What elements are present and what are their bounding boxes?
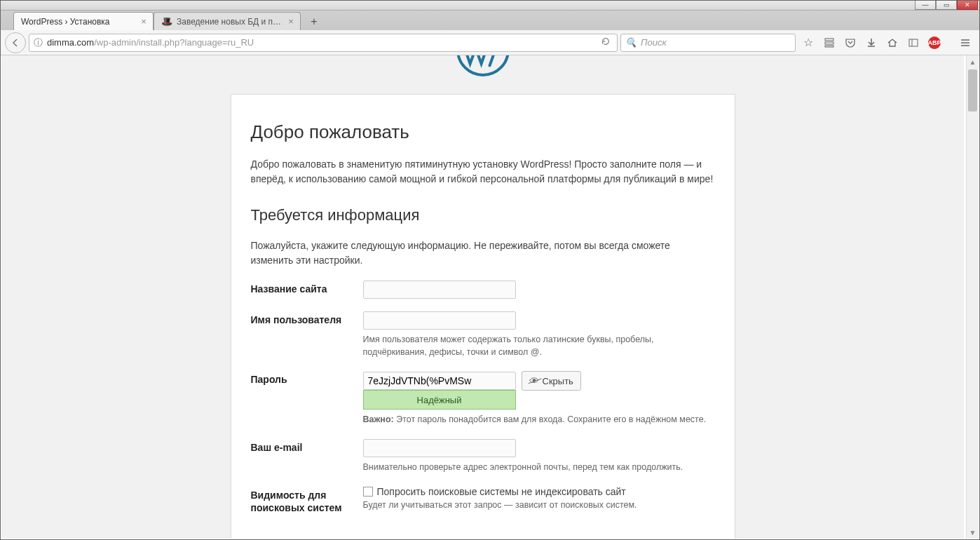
password-label: Пароль xyxy=(251,371,363,385)
wordpress-logo-icon xyxy=(455,55,511,80)
sidebar-icon[interactable] xyxy=(904,33,923,53)
search-bar[interactable]: 🔍 Поиск xyxy=(620,34,796,52)
adblock-icon[interactable]: ABP xyxy=(925,33,944,53)
browser-tab-active[interactable]: WordPress › Установка × xyxy=(13,12,154,30)
info-required-text: Пожалуйста, укажите следующую информацию… xyxy=(251,238,715,268)
url-domain: dimma.com xyxy=(47,37,94,48)
menu-icon[interactable] xyxy=(955,33,975,53)
browser-tabs-bar: WordPress › Установка × 🎩 Заведение новы… xyxy=(1,11,979,30)
tab-close-icon[interactable]: × xyxy=(139,17,149,27)
downloads-icon[interactable] xyxy=(862,33,881,53)
pocket-icon[interactable] xyxy=(841,33,860,53)
page-viewport: Добро пожаловать Добро пожаловать в знам… xyxy=(1,55,964,539)
site-info-icon[interactable]: ⓘ xyxy=(34,36,43,49)
visibility-hint: Будет ли учитываться этот запрос — завис… xyxy=(363,500,715,510)
password-strength-indicator: Надёжный xyxy=(363,390,516,410)
new-tab-button[interactable]: + xyxy=(305,13,323,30)
tab-favicon-icon: 🎩 xyxy=(161,16,172,27)
tab-close-icon[interactable]: × xyxy=(286,17,296,27)
window-close-button[interactable]: ✕ xyxy=(957,0,978,10)
eye-slash-icon: 👁 xyxy=(529,375,539,386)
search-placeholder: Поиск xyxy=(641,37,667,48)
visibility-label: Видимость для поисковых систем xyxy=(251,486,363,514)
window-title-bar: — ▭ ✕ xyxy=(1,1,979,11)
info-required-heading: Требуется информация xyxy=(251,206,715,224)
window-maximize-button[interactable]: ▭ xyxy=(936,0,957,10)
back-button[interactable] xyxy=(5,32,26,53)
checkbox-icon[interactable] xyxy=(363,487,373,497)
tab-title: WordPress › Установка xyxy=(21,17,136,27)
hide-password-button[interactable]: 👁 Скрыть xyxy=(522,371,581,391)
username-input[interactable] xyxy=(363,311,516,330)
url-path: /wp-admin/install.php?language=ru_RU xyxy=(94,37,254,48)
vertical-scrollbar[interactable]: ▲ ▼ xyxy=(966,55,979,539)
scroll-up-icon[interactable]: ▲ xyxy=(967,55,979,68)
svg-rect-2 xyxy=(825,46,833,47)
install-form-box: Добро пожаловать Добро пожаловать в знам… xyxy=(231,94,735,539)
bookmark-star-icon[interactable]: ☆ xyxy=(798,33,818,53)
browser-tab-inactive[interactable]: 🎩 Заведение новых БД и по… × xyxy=(154,12,301,30)
hide-button-label: Скрыть xyxy=(543,376,573,386)
reader-list-icon[interactable] xyxy=(819,33,839,53)
email-label: Ваш e-mail xyxy=(251,439,363,453)
password-input[interactable] xyxy=(363,372,516,390)
site-title-input[interactable] xyxy=(363,281,516,299)
email-input[interactable] xyxy=(363,439,516,457)
password-important-text: Этот пароль понадобится вам для входа. С… xyxy=(394,414,706,424)
username-hint: Имя пользователя может содержать только … xyxy=(251,334,715,358)
url-bar[interactable]: ⓘ dimma.com/wp-admin/install.php?languag… xyxy=(29,34,618,52)
password-hint: Важно: Этот пароль понадобится вам для в… xyxy=(251,414,715,426)
svg-rect-1 xyxy=(825,42,833,44)
scroll-thumb[interactable] xyxy=(968,69,977,112)
tab-title: Заведение новых БД и по… xyxy=(177,17,283,27)
svg-rect-3 xyxy=(909,39,918,46)
email-hint: Внимательно проверьте адрес электронной … xyxy=(251,461,715,474)
username-label: Имя пользователя xyxy=(251,311,363,325)
browser-nav-bar: ⓘ dimma.com/wp-admin/install.php?languag… xyxy=(1,30,979,55)
search-icon: 🔍 xyxy=(625,37,637,48)
svg-rect-0 xyxy=(825,39,833,41)
welcome-text: Добро пожаловать в знаменитую пятиминутн… xyxy=(251,157,715,187)
visibility-checkbox-row[interactable]: Попросить поисковые системы не индексиро… xyxy=(363,486,715,497)
password-important-label: Важно: xyxy=(363,414,394,424)
scroll-down-icon[interactable]: ▼ xyxy=(967,526,979,539)
site-title-label: Название сайта xyxy=(251,281,363,295)
home-icon[interactable] xyxy=(883,33,902,53)
welcome-heading: Добро пожаловать xyxy=(251,121,715,143)
visibility-checkbox-label: Попросить поисковые системы не индексиро… xyxy=(377,486,626,497)
reload-button[interactable] xyxy=(599,36,613,48)
window-minimize-button[interactable]: — xyxy=(915,0,936,10)
